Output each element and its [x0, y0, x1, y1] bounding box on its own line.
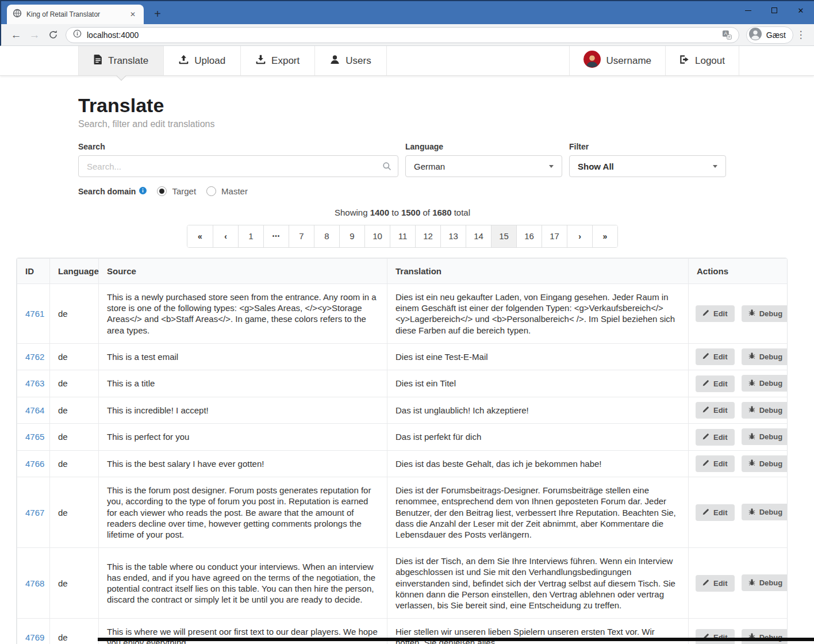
pagination-item[interactable]: 15 [491, 225, 516, 247]
close-button[interactable]: ✕ [788, 1, 814, 20]
window-controls: ✕ [735, 1, 814, 20]
showing-summary: Showing 1400 to 1500 of 1680 total [78, 208, 727, 217]
radio-master[interactable]: Master [206, 186, 248, 196]
pagination-item[interactable]: 11 [390, 225, 415, 247]
tab-export[interactable]: Export [241, 46, 315, 75]
pagination-item[interactable]: 14 [466, 225, 491, 247]
info-icon[interactable] [139, 187, 147, 196]
logout-button[interactable]: Logout [665, 46, 739, 75]
chevron-down-icon [713, 165, 717, 168]
radio-target[interactable]: Target [157, 186, 196, 196]
edit-button[interactable]: Edit [696, 429, 735, 446]
debug-button[interactable]: Debug [742, 574, 788, 591]
address-bar[interactable]: localhost:4000 A [66, 27, 739, 43]
translate-page-icon[interactable]: A [722, 30, 732, 40]
pagination-item[interactable]: 10 [364, 225, 390, 247]
nav-username[interactable]: Username [569, 46, 665, 75]
tab-users[interactable]: Users [315, 46, 386, 75]
pagination-item[interactable]: 17 [542, 225, 567, 247]
back-button[interactable]: ← [7, 29, 25, 40]
debug-button[interactable]: Debug [742, 428, 788, 445]
tab-translate[interactable]: Translate [78, 46, 164, 75]
pagination-item[interactable]: 13 [440, 225, 466, 247]
pagination-item[interactable]: › [567, 225, 592, 247]
search-input[interactable] [78, 155, 398, 177]
row-language: de [50, 548, 99, 619]
edit-button[interactable]: Edit [696, 375, 735, 392]
pagination-item[interactable]: « [187, 225, 213, 247]
maximize-button[interactable] [761, 1, 788, 20]
pagination-item[interactable]: 1 [238, 225, 263, 247]
edit-label: Edit [713, 352, 728, 361]
pagination-item[interactable]: ‹ [213, 225, 238, 247]
pagination-item[interactable]: 16 [516, 225, 542, 247]
radio-label: Master [221, 186, 248, 196]
row-id-link[interactable]: 4767 [25, 508, 44, 518]
table-row: 4763 de This is a title Dies ist ein Tit… [17, 370, 788, 397]
edit-button[interactable]: Edit [696, 629, 735, 644]
tab-close-icon[interactable]: ✕ [128, 10, 138, 18]
profile-icon [748, 27, 762, 43]
logout-label: Logout [695, 55, 725, 67]
debug-label: Debug [759, 309, 782, 318]
pagination-item[interactable]: ••• [263, 225, 289, 247]
header-language: Language [50, 259, 99, 284]
pencil-icon [702, 508, 709, 517]
debug-button[interactable]: Debug [742, 305, 788, 322]
url-text[interactable]: localhost:4000 [87, 30, 139, 40]
pagination-item[interactable]: » [592, 225, 617, 247]
language-select[interactable]: German [405, 155, 562, 177]
edit-button[interactable]: Edit [696, 575, 735, 592]
reload-button[interactable] [44, 30, 62, 40]
header-source: Source [99, 259, 387, 284]
header-translation: Translation [387, 259, 689, 284]
pagination-item[interactable]: 7 [289, 225, 314, 247]
tab-upload[interactable]: Upload [164, 46, 241, 75]
edit-button[interactable]: Edit [696, 455, 735, 472]
row-language: de [50, 397, 99, 424]
edit-label: Edit [713, 508, 728, 517]
row-id-link[interactable]: 4768 [25, 578, 44, 588]
forward-button[interactable]: → [25, 29, 44, 40]
row-id-link[interactable]: 4763 [25, 378, 44, 388]
info-page-icon[interactable] [73, 29, 82, 40]
edit-button[interactable]: Edit [696, 305, 735, 322]
debug-button[interactable]: Debug [742, 375, 788, 392]
search-domain-row: Search domain Target Master [78, 186, 727, 196]
debug-button[interactable]: Debug [742, 402, 788, 419]
new-tab-button[interactable]: + [149, 6, 166, 22]
debug-button[interactable]: Debug [742, 504, 788, 520]
edit-button[interactable]: Edit [696, 402, 735, 419]
edit-button[interactable]: Edit [696, 348, 735, 365]
edit-label: Edit [713, 459, 728, 468]
row-source: This is the forum post designer. Forum p… [99, 477, 387, 548]
pagination-item[interactable]: 12 [415, 225, 440, 247]
browser-menu-icon[interactable]: ⋮ [793, 29, 808, 41]
row-id-link[interactable]: 4766 [25, 459, 44, 469]
table-row: 4765 de This is perfect for you Das ist … [17, 424, 788, 451]
bug-icon [748, 432, 755, 442]
pagination-item[interactable]: 8 [314, 225, 339, 247]
pagination-wrap: «‹1•••7891011121314151617›» [78, 225, 727, 248]
browser-tab[interactable]: King of Retail Translator ✕ [7, 5, 144, 24]
table-header-row: ID Language Source Translation Actions [17, 259, 788, 284]
edit-button[interactable]: Edit [696, 504, 735, 521]
debug-label: Debug [759, 379, 782, 388]
row-id-link[interactable]: 4769 [25, 632, 44, 642]
minimize-button[interactable] [735, 1, 761, 20]
row-id-link[interactable]: 4765 [25, 432, 44, 442]
debug-label: Debug [759, 352, 782, 361]
row-translation: Dies ist ein Titel [387, 370, 689, 397]
profile-chip[interactable]: Gæst [746, 26, 793, 44]
pagination-item[interactable]: 9 [339, 225, 364, 247]
radio-label: Target [172, 186, 196, 196]
row-id-link[interactable]: 4764 [25, 405, 44, 415]
debug-button[interactable]: Debug [742, 455, 788, 472]
row-id-link[interactable]: 4762 [25, 352, 44, 362]
search-label: Search [78, 142, 398, 151]
debug-button[interactable]: Debug [742, 348, 788, 365]
row-id-link[interactable]: 4761 [25, 309, 44, 319]
filter-select[interactable]: Show All [569, 155, 726, 177]
pencil-icon [702, 352, 709, 361]
debug-button[interactable]: Debug [742, 629, 788, 644]
